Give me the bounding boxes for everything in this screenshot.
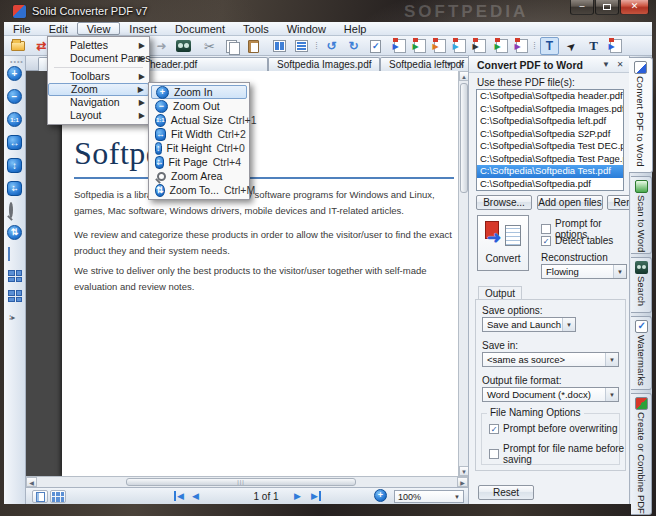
side-tab-search[interactable]: Search bbox=[631, 257, 652, 313]
save-options-combo[interactable]: Save and Launch ▼ bbox=[482, 317, 576, 332]
submenu-item-fit-height[interactable]: Fit HeightCtrl+0 bbox=[151, 141, 247, 155]
document-page[interactable]: Softpedia Softpedia is a library of free… bbox=[62, 71, 458, 476]
menu-insert[interactable]: Insert bbox=[120, 22, 166, 35]
open-folder-icon[interactable] bbox=[8, 37, 27, 55]
copy-icon[interactable] bbox=[222, 37, 241, 55]
file-list-item[interactable]: C:\Softpedia\Softpedia left.pdf bbox=[477, 115, 623, 128]
file-list-item[interactable]: C:\Softpedia\Softpedia header.pdf bbox=[477, 90, 623, 103]
prompt-filename-checkbox[interactable]: Prompt for file name before saving bbox=[489, 443, 629, 465]
menu-tools[interactable]: Tools bbox=[234, 22, 278, 35]
menu-item-toolbars[interactable]: Toolbars▶ bbox=[48, 70, 149, 83]
horizontal-scrollbar[interactable]: ◀ ||| ▶ bbox=[26, 476, 468, 487]
pdf-file-list[interactable]: C:\Softpedia\Softpedia header.pdf C:\Sof… bbox=[476, 89, 624, 191]
file-list-item[interactable]: C:\Softpedia\Softpedia Test DEC.pdf bbox=[477, 140, 623, 153]
rotate-left-icon[interactable] bbox=[322, 37, 341, 55]
zoom-to-icon[interactable] bbox=[7, 225, 22, 240]
checkbox-box[interactable]: ✓ bbox=[489, 424, 499, 434]
chevron-down-icon[interactable]: ▼ bbox=[605, 353, 618, 366]
add-open-files-button[interactable]: Add open files bbox=[537, 195, 603, 210]
fit-width-icon[interactable] bbox=[7, 135, 22, 150]
submenu-item-actual-size[interactable]: Actual SizeCtrl+1 bbox=[151, 113, 247, 127]
left-toolbar-overflow-icon[interactable]: ⁞▸ bbox=[9, 310, 15, 322]
continuous-facing-view-icon[interactable] bbox=[8, 290, 22, 302]
browse-button[interactable]: Browse... bbox=[476, 195, 532, 210]
cut-icon[interactable] bbox=[200, 37, 219, 55]
side-tab-watermarks[interactable]: Watermarks bbox=[631, 316, 652, 390]
zoom-level-combo[interactable]: 100% ▼ bbox=[394, 490, 464, 503]
scroll-right-icon[interactable]: ▶ bbox=[457, 477, 468, 487]
actual-size-icon[interactable] bbox=[7, 112, 22, 127]
prompt-overwrite-checkbox[interactable]: ✓ Prompt before overwriting bbox=[489, 423, 618, 434]
detect-tables-checkbox[interactable]: ✓ Detect tables bbox=[541, 235, 613, 246]
pdf-to-html-icon[interactable] bbox=[492, 37, 511, 55]
search-binoculars-icon[interactable] bbox=[174, 37, 193, 55]
menu-item-zoom[interactable]: Zoom▶ bbox=[48, 83, 149, 96]
toolbar-grip[interactable]: •••• bbox=[10, 58, 24, 65]
submenu-item-zoom-in[interactable]: Zoom In bbox=[151, 85, 247, 99]
horizontal-scroll-thumb[interactable]: ||| bbox=[126, 478, 356, 486]
menu-window[interactable]: Window bbox=[278, 22, 335, 35]
file-list-item[interactable]: C:\Softpedia\Softpedia Images.pdf bbox=[477, 103, 623, 116]
menu-file[interactable]: File bbox=[4, 22, 40, 35]
zoom-in-icon[interactable] bbox=[7, 66, 22, 81]
select-text-tool-icon[interactable] bbox=[540, 37, 559, 55]
pdf-to-word-icon[interactable] bbox=[390, 37, 409, 55]
pdf-to-excel-icon[interactable] bbox=[410, 37, 429, 55]
menu-item-layout[interactable]: Layout▶ bbox=[48, 109, 149, 122]
zoom-out-icon[interactable] bbox=[7, 89, 22, 104]
zoom-in-status-icon[interactable] bbox=[374, 489, 387, 502]
reset-button[interactable]: Reset bbox=[478, 485, 534, 500]
zoom-area-icon[interactable] bbox=[9, 204, 13, 216]
pdf-to-powerpoint-icon[interactable] bbox=[430, 37, 449, 55]
menu-view[interactable]: View bbox=[77, 22, 121, 35]
submenu-item-fit-page[interactable]: ↔↔ Fit PageCtrl+4 bbox=[151, 155, 247, 169]
thumbnail-mode-icon[interactable] bbox=[50, 490, 66, 503]
chevron-down-icon[interactable]: ▼ bbox=[454, 494, 460, 500]
fit-page-icon[interactable]: ↔↔ bbox=[7, 181, 22, 196]
tab-document-3[interactable]: Softpedia Images.pdf bbox=[268, 57, 380, 71]
menu-item-document-panes[interactable]: Document Panes▶ bbox=[48, 52, 149, 65]
tab-close-icon[interactable]: ✕ bbox=[455, 59, 467, 70]
title-bar[interactable]: Solid Converter PDF v7 bbox=[4, 0, 652, 22]
text-tool-icon[interactable] bbox=[584, 37, 603, 55]
side-tab-convert-pdf-to-word[interactable]: Convert PDF to Word bbox=[629, 57, 653, 173]
forward-arrow-icon[interactable] bbox=[152, 37, 171, 55]
pdf-to-text-icon[interactable] bbox=[470, 37, 489, 55]
first-page-icon[interactable]: ◀ bbox=[174, 490, 184, 503]
submenu-item-fit-width[interactable]: Fit WidthCtrl+2 bbox=[151, 127, 247, 141]
continuous-view-icon[interactable] bbox=[292, 37, 311, 55]
panel-menu-icon[interactable]: ▼ bbox=[600, 59, 612, 70]
panel-header[interactable]: Convert PDF to Word ▼ ✕ bbox=[469, 56, 629, 73]
remove-button[interactable]: Remove bbox=[607, 195, 629, 210]
next-page-icon[interactable]: ▶ bbox=[294, 490, 301, 503]
menu-help[interactable]: Help bbox=[335, 22, 376, 35]
create-pdf-icon[interactable] bbox=[606, 37, 625, 55]
chevron-down-icon[interactable]: ▼ bbox=[613, 265, 626, 278]
validate-page-icon[interactable] bbox=[366, 37, 385, 55]
menu-item-navigation[interactable]: Navigation▶ bbox=[48, 96, 149, 109]
last-page-icon[interactable]: ▶ bbox=[311, 490, 321, 503]
reconstruction-mode-combo[interactable]: Flowing ▼ bbox=[541, 264, 627, 279]
single-page-view-icon[interactable] bbox=[8, 248, 10, 260]
convert-button[interactable]: ➜ Convert bbox=[477, 215, 529, 271]
close-button[interactable]: ✕ bbox=[620, 0, 649, 15]
pdf-to-image-icon[interactable] bbox=[512, 37, 531, 55]
vertical-scrollbar[interactable]: ▲ ▼ bbox=[458, 71, 468, 476]
rotate-right-icon[interactable] bbox=[344, 37, 363, 55]
save-in-combo[interactable]: <same as source> ▼ bbox=[482, 352, 619, 367]
facing-pages-view-icon[interactable] bbox=[8, 270, 22, 282]
vertical-scroll-thumb[interactable] bbox=[460, 83, 468, 193]
chevron-down-icon[interactable]: ▼ bbox=[562, 318, 575, 331]
file-list-item[interactable]: C:\Softpedia\Softpedia.pdf bbox=[477, 178, 623, 191]
menu-document[interactable]: Document bbox=[166, 22, 234, 35]
checkbox-box[interactable]: ✓ bbox=[541, 236, 551, 246]
output-group-tab[interactable]: Output bbox=[478, 286, 522, 300]
maximize-button[interactable] bbox=[595, 0, 619, 15]
checkbox-box[interactable] bbox=[489, 449, 499, 459]
minimize-button[interactable]: – bbox=[570, 0, 594, 15]
pointer-tool-icon[interactable] bbox=[562, 37, 581, 55]
menu-item-palettes[interactable]: Palettes▶ bbox=[48, 39, 149, 52]
chevron-down-icon[interactable]: ▼ bbox=[605, 388, 618, 401]
submenu-item-zoom-area[interactable]: Zoom Area bbox=[151, 169, 247, 183]
fit-height-icon[interactable] bbox=[7, 158, 22, 173]
